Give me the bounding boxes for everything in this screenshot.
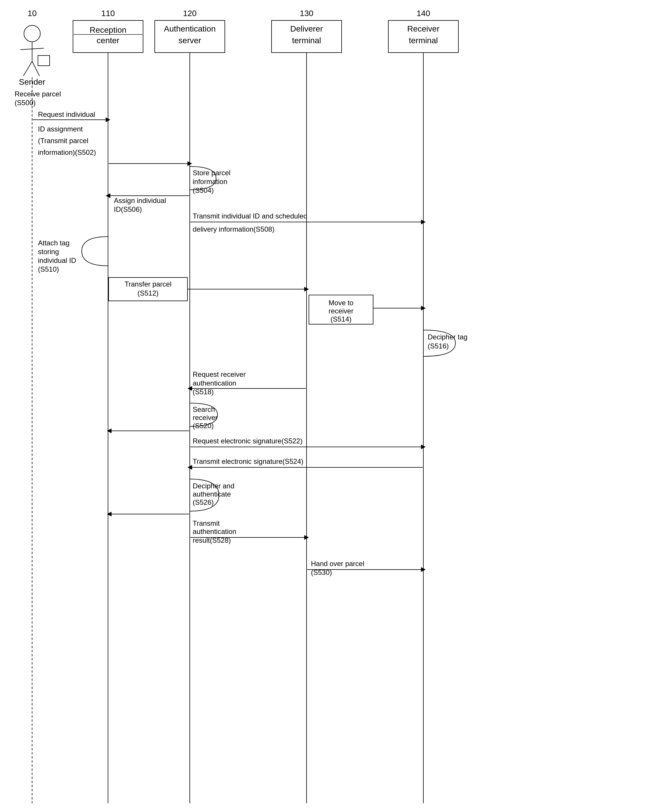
auth-number: 120: [183, 9, 197, 18]
s510-label-line4: (S510): [38, 265, 59, 273]
s530-label-line2: (S530): [311, 568, 332, 576]
s506-label-line1: Assign individual: [114, 197, 166, 205]
s510-label-line3: individual ID: [38, 256, 76, 264]
receiver-number: 140: [417, 9, 430, 18]
s508-label-line2: delivery information(S508): [193, 225, 275, 233]
s528-label-line3: result(S528): [193, 536, 231, 544]
s528-label-line1: Transmit: [193, 519, 220, 527]
deliverer-label-line2: terminal: [292, 36, 321, 45]
s510-loop: [82, 237, 108, 266]
s502-label-line2: ID assignment: [38, 125, 83, 133]
sender-leg-left: [23, 61, 32, 76]
s520-label-line2: receiver: [193, 414, 217, 422]
reception-number: 110: [101, 9, 115, 18]
s514-label-line1: Move to: [329, 299, 353, 307]
s500-label-line1: Receive parcel: [14, 90, 61, 98]
reception-label-line2: center: [97, 36, 120, 45]
s502-label-line1: Request individual: [38, 110, 95, 118]
s510-label-line1: Attach tag: [38, 239, 69, 247]
s520-return-head: [107, 428, 112, 433]
s520-label-line3: (S520): [193, 422, 214, 430]
auth-label-line1: Authentication: [164, 24, 216, 33]
s518-label-line1: Request receiver: [193, 370, 246, 378]
s512-label-line2: (S512): [137, 289, 158, 297]
s502-label-line3: (Transmit parcel: [38, 137, 88, 145]
s526-label-line3: (S526): [193, 498, 214, 506]
s518-label-line3: (S518): [193, 388, 214, 396]
s526-label-line2: authenticate: [193, 490, 231, 498]
sender-head: [24, 26, 40, 42]
s504-label-line2: information: [193, 177, 227, 185]
auth-label-line2: server: [179, 36, 201, 45]
sequence-diagram: 10 Sender 110 Reception center 120 Authe…: [0, 0, 661, 812]
sender-number: 10: [27, 9, 37, 18]
deliverer-label-line1: Deliverer: [290, 24, 323, 33]
s528-label-line2: authentication: [193, 527, 236, 535]
s506-label-line2: ID(S506): [114, 205, 142, 213]
s530-label-line1: Hand over parcel: [311, 559, 364, 567]
s522-label: Request electronic signature(S522): [193, 437, 302, 445]
s526-label-line1: Decipher and: [193, 482, 235, 490]
s516-label-line2: (S516): [428, 342, 449, 350]
sender-leg-right: [32, 61, 40, 76]
s518-label-line2: authentication: [193, 379, 236, 387]
s514-label-line3: (S514): [330, 315, 351, 323]
s508-label-line1: Transmit individual ID and scheduled: [193, 212, 307, 220]
s520-label-line1: Search: [193, 405, 215, 413]
reception-label-line1: Reception: [89, 26, 126, 34]
s514-label-line2: receiver: [329, 307, 353, 315]
s516-label-line1: Decipher tag: [428, 333, 468, 341]
receiver-label-line2: terminal: [409, 36, 438, 45]
s502-label-line4: information)(S502): [38, 149, 96, 156]
s524-label: Transmit electronic signature(S524): [193, 457, 303, 465]
deliverer-number: 130: [300, 9, 314, 18]
s504-label-line1: Store parcel: [193, 169, 230, 177]
sender-parcel: [38, 56, 49, 66]
s504-label-line3: (S504): [193, 186, 214, 194]
s510-label-line2: storing: [38, 248, 59, 256]
s512-label-line1: Transfer parcel: [125, 280, 172, 288]
s526-return-head: [107, 512, 112, 516]
receiver-label-line1: Receiver: [407, 24, 439, 33]
s500-label-line2: (S500): [14, 99, 36, 107]
